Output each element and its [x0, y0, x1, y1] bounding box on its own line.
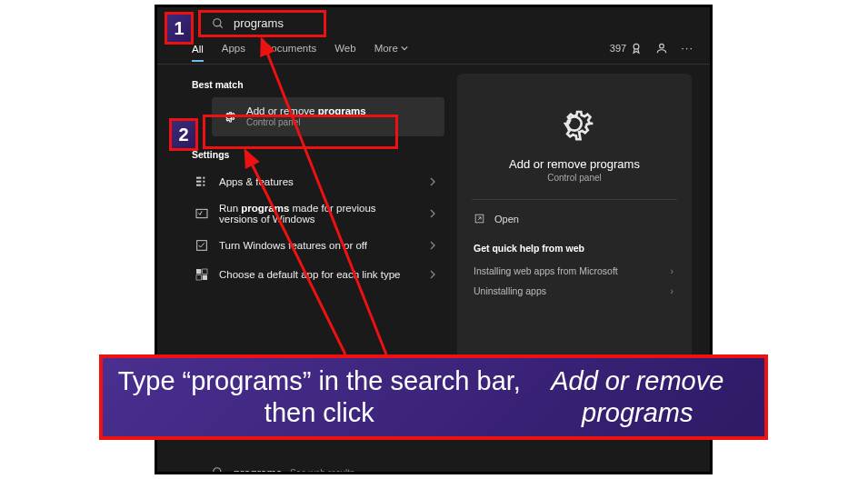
svg-rect-7 — [203, 177, 205, 179]
open-action[interactable]: Open — [472, 207, 677, 230]
svg-rect-12 — [196, 269, 201, 274]
tab-web[interactable]: Web — [334, 43, 355, 54]
apps-features-icon — [194, 174, 210, 190]
svg-line-1 — [220, 25, 223, 27]
annotation-step-1: 1 — [165, 12, 194, 45]
run-icon — [194, 205, 210, 222]
open-icon — [474, 213, 485, 225]
setting-label: Turn Windows features on or off — [219, 240, 367, 251]
annotation-banner: Type “programs” in the search bar, then … — [99, 354, 768, 440]
best-match-title: Add or remove programs — [246, 105, 366, 117]
filter-tabs: All Apps Documents Web More 397 ··· — [157, 34, 710, 65]
setting-windows-features[interactable]: Turn Windows features on or off — [190, 231, 444, 260]
settings-heading: Settings — [192, 149, 444, 160]
best-match-heading: Best match — [192, 79, 444, 90]
quick-link-uninstall[interactable]: Uninstalling apps — [472, 281, 677, 301]
gear-icon-large — [554, 103, 595, 145]
chevron-down-icon — [401, 45, 408, 52]
svg-rect-15 — [203, 275, 207, 280]
quick-help-heading: Get quick help from web — [474, 243, 677, 254]
chevron-right-icon — [428, 177, 437, 186]
tab-all[interactable]: All — [192, 44, 204, 62]
svg-point-2 — [634, 44, 639, 49]
setting-label: Run programs made for previous versions … — [219, 203, 401, 225]
tab-apps[interactable]: Apps — [222, 43, 245, 54]
quick-link-install[interactable]: Installing web apps from Microsoft — [472, 261, 677, 281]
svg-point-3 — [660, 44, 664, 48]
setting-default-app[interactable]: Choose a default app for each link type — [190, 260, 444, 289]
svg-rect-13 — [203, 269, 207, 274]
account-icon[interactable] — [655, 42, 668, 55]
top-right-controls: 397 ··· — [610, 41, 693, 55]
svg-rect-9 — [203, 185, 205, 186]
annotation-step-2: 2 — [169, 118, 198, 151]
search-bar[interactable] — [157, 7, 710, 34]
preview-pane: Add or remove programs Control panel Ope… — [457, 74, 692, 403]
search-icon — [212, 17, 224, 30]
svg-point-17 — [214, 468, 221, 474]
more-options-icon[interactable]: ··· — [681, 41, 693, 55]
svg-rect-6 — [196, 185, 201, 186]
setting-label: Apps & features — [219, 176, 294, 187]
preview-title: Add or remove programs — [472, 157, 677, 171]
svg-rect-4 — [196, 177, 201, 179]
svg-rect-14 — [196, 275, 201, 280]
rewards-count[interactable]: 397 — [610, 42, 643, 55]
chevron-right-icon — [428, 270, 437, 279]
svg-rect-8 — [203, 181, 205, 183]
setting-label: Choose a default app for each link type — [219, 269, 400, 280]
svg-rect-10 — [196, 209, 207, 217]
gear-icon — [221, 108, 237, 125]
default-app-icon — [194, 266, 210, 283]
setting-apps-features[interactable]: Apps & features — [190, 167, 444, 196]
tab-documents[interactable]: Documents — [264, 43, 316, 54]
best-match-subtitle: Control panel — [246, 117, 366, 129]
search-input[interactable] — [234, 16, 688, 30]
best-match-result[interactable]: Add or remove programs Control panel — [212, 97, 444, 136]
preview-subtitle: Control panel — [472, 173, 677, 183]
chevron-right-icon — [428, 209, 437, 218]
web-results-row[interactable]: programs - See web results — [157, 461, 710, 474]
rewards-icon — [630, 42, 643, 55]
search-icon — [212, 466, 224, 474]
tab-more[interactable]: More — [374, 43, 408, 54]
svg-point-0 — [214, 18, 221, 25]
setting-run-previous[interactable]: Run programs made for previous versions … — [190, 196, 444, 231]
features-icon — [194, 237, 210, 254]
svg-rect-5 — [196, 181, 201, 183]
divider — [472, 199, 677, 200]
chevron-right-icon — [428, 241, 437, 250]
